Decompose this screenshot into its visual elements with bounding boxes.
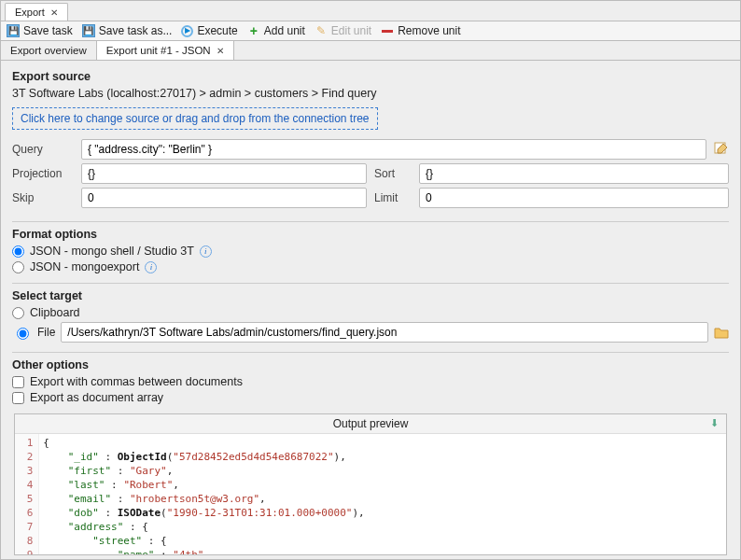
- save-as-icon: 💾: [82, 24, 95, 37]
- remove-unit-label: Remove unit: [398, 24, 460, 37]
- close-icon[interactable]: ✕: [217, 46, 224, 56]
- divider: [12, 352, 729, 353]
- secondary-tabs: Export overview Export unit #1 - JSON ✕: [1, 41, 740, 61]
- breadcrumb: 3T Software Labs (localhost:27017) > adm…: [12, 87, 729, 100]
- save-task-button[interactable]: 💾 Save task: [7, 24, 73, 37]
- skip-label: Skip: [12, 191, 74, 204]
- code-body: { "_id" : ObjectId("57d28452ed5d4d54e868…: [39, 434, 368, 555]
- close-icon[interactable]: ✕: [50, 7, 58, 18]
- top-tabbar: Export ✕: [1, 1, 740, 21]
- tab-unit-label: Export unit #1 - JSON: [106, 45, 211, 56]
- sort-input[interactable]: [419, 163, 729, 184]
- minus-icon: [381, 24, 394, 37]
- format-json-shell-label: JSON - mongo shell / Studio 3T: [30, 245, 194, 258]
- add-unit-button[interactable]: + Add unit: [247, 24, 305, 37]
- query-row: Query: [12, 139, 729, 160]
- content-panel: Export source 3T Software Labs (localhos…: [1, 61, 740, 555]
- execute-button[interactable]: ▶ Execute: [181, 24, 237, 37]
- format-json-shell-radio[interactable]: [12, 245, 24, 258]
- tab-overview-label: Export overview: [10, 45, 87, 56]
- pencil-icon: ✎: [315, 24, 328, 37]
- query-label: Query: [12, 143, 74, 156]
- save-icon: 💾: [7, 24, 20, 37]
- target-file-label: File: [37, 326, 55, 339]
- sort-label: Sort: [374, 167, 412, 180]
- tab-export-unit[interactable]: Export unit #1 - JSON ✕: [97, 41, 234, 60]
- limit-input[interactable]: [419, 188, 729, 208]
- change-source-link[interactable]: Click here to change source or drag and …: [12, 107, 378, 130]
- execute-label: Execute: [197, 24, 237, 37]
- remove-unit-button[interactable]: Remove unit: [381, 24, 460, 37]
- info-icon[interactable]: i: [145, 261, 157, 273]
- save-task-as-label: Save task as...: [99, 24, 173, 37]
- divider: [12, 221, 729, 222]
- target-clipboard-label: Clipboard: [30, 306, 80, 319]
- export-source-heading: Export source: [12, 70, 729, 83]
- projection-input[interactable]: [81, 163, 367, 184]
- editor-tab-label: Export: [15, 7, 45, 18]
- edit-query-icon[interactable]: [714, 142, 729, 157]
- format-mongoexport-radio[interactable]: [12, 261, 24, 273]
- other-heading: Other options: [12, 358, 729, 371]
- info-icon[interactable]: i: [200, 245, 212, 258]
- target-file-radio[interactable]: [17, 328, 29, 340]
- output-preview-panel: Output preview ⬇ 1234567891011 { "_id" :…: [14, 413, 727, 555]
- file-path-input[interactable]: [61, 322, 708, 343]
- code-preview: 1234567891011 { "_id" : ObjectId("57d284…: [15, 434, 726, 555]
- toolbar: 💾 Save task 💾 Save task as... ▶ Execute …: [1, 21, 740, 41]
- export-array-checkbox[interactable]: [12, 392, 24, 404]
- plus-icon: +: [247, 24, 260, 37]
- add-unit-label: Add unit: [264, 24, 305, 37]
- download-icon[interactable]: ⬇: [710, 417, 719, 429]
- export-array-label: Export as document array: [30, 391, 163, 404]
- line-gutter: 1234567891011: [15, 434, 39, 555]
- save-task-label: Save task: [23, 24, 73, 37]
- output-preview-label: Output preview: [333, 417, 409, 430]
- editor-tab-export[interactable]: Export ✕: [5, 3, 68, 21]
- browse-folder-icon[interactable]: [714, 326, 729, 339]
- export-commas-label: Export with commas between documents: [30, 375, 243, 388]
- target-clipboard-radio[interactable]: [12, 307, 24, 319]
- limit-label: Limit: [374, 191, 412, 204]
- format-mongoexport-label: JSON - mongoexport: [30, 260, 139, 273]
- tab-export-overview[interactable]: Export overview: [1, 41, 97, 60]
- target-heading: Select target: [12, 289, 729, 302]
- projection-label: Projection: [12, 167, 74, 180]
- format-heading: Format options: [12, 228, 729, 241]
- save-task-as-button[interactable]: 💾 Save task as...: [82, 24, 173, 37]
- edit-unit-button: ✎ Edit unit: [315, 24, 371, 37]
- play-icon: ▶: [181, 25, 193, 37]
- edit-unit-label: Edit unit: [331, 24, 371, 37]
- export-commas-checkbox[interactable]: [12, 376, 24, 388]
- skip-input[interactable]: [81, 188, 367, 208]
- output-preview-heading: Output preview ⬇: [15, 414, 726, 434]
- divider: [12, 283, 729, 284]
- query-input[interactable]: [81, 139, 706, 160]
